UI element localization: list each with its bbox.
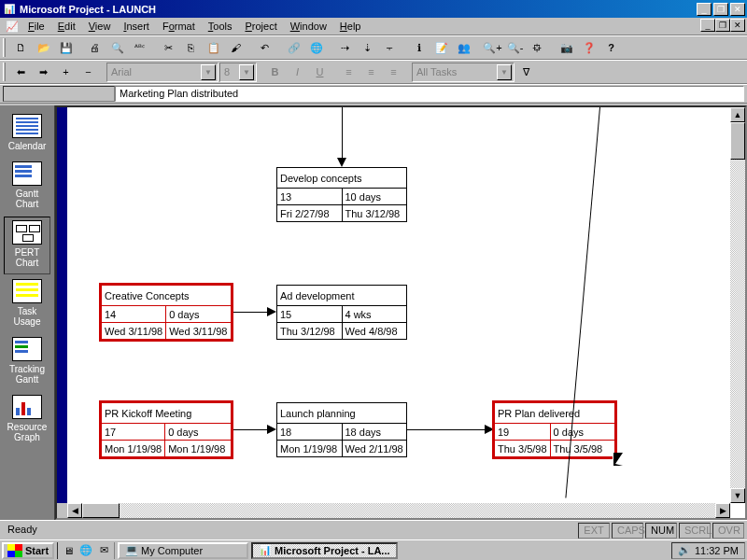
unlink-tasks-button[interactable]: ⇣ xyxy=(357,37,378,58)
insert-hyperlink-button[interactable]: 🔗 xyxy=(283,37,304,58)
menu-edit[interactable]: Edit xyxy=(52,20,81,33)
windows-logo-icon xyxy=(7,544,22,557)
entry-field[interactable]: Marketing Plan distributed xyxy=(115,86,744,102)
menu-file[interactable]: File xyxy=(22,20,50,33)
titlebar: 📊 Microsoft Project - LAUNCH _ ❐ ✕ xyxy=(0,0,747,18)
assign-resources-button[interactable]: 👥 xyxy=(453,37,474,58)
tray-icon[interactable]: 🔊 xyxy=(678,544,691,556)
task-notes-button[interactable]: 📝 xyxy=(430,37,452,58)
vertical-scrollbar[interactable]: ▲ ▼ xyxy=(730,107,745,503)
quick-launch-ie[interactable]: 🌐 xyxy=(78,542,94,559)
hide-subtasks-button[interactable]: − xyxy=(78,62,99,82)
outdent-button[interactable]: ⬅ xyxy=(10,62,32,82)
task-finish: Mon 1/19/98 xyxy=(165,441,232,457)
scroll-left-button[interactable]: ◀ xyxy=(67,503,82,518)
filter-combo[interactable]: All Tasks▼ xyxy=(412,63,514,82)
maximize-button[interactable]: ❐ xyxy=(713,3,728,16)
menu-project[interactable]: Project xyxy=(239,20,282,33)
toolbar-grip[interactable] xyxy=(3,63,6,81)
document-area: Develop concepts 1310 days Fri 2/27/98Th… xyxy=(55,105,747,520)
horizontal-scrollbar[interactable]: ◀ ▶ xyxy=(57,503,730,518)
task-duration: 0 days xyxy=(166,306,232,323)
align-left-button[interactable]: ≡ xyxy=(338,62,359,82)
task-start: Wed 3/11/98 xyxy=(102,323,166,340)
close-button[interactable]: ✕ xyxy=(730,3,745,16)
task-node-develop-concepts[interactable]: Develop concepts 1310 days Fri 2/27/98Th… xyxy=(276,167,407,222)
system-tray[interactable]: 🔊 11:32 PM xyxy=(671,542,745,559)
task-information-button[interactable]: ℹ xyxy=(408,37,430,58)
scroll-right-button[interactable]: ▶ xyxy=(715,503,730,518)
show-subtasks-button[interactable]: + xyxy=(55,62,77,82)
task-start: Fri 2/27/98 xyxy=(277,205,343,222)
copy-button[interactable]: ⎘ xyxy=(180,37,202,58)
goto-selected-button[interactable]: ⯐ xyxy=(527,37,548,58)
pert-margin xyxy=(57,107,67,503)
scroll-track[interactable] xyxy=(730,122,745,488)
pert-canvas[interactable]: Develop concepts 1310 days Fri 2/27/98Th… xyxy=(67,107,730,503)
open-button[interactable]: 📂 xyxy=(33,37,54,58)
menu-help[interactable]: Help xyxy=(334,20,367,33)
print-button[interactable]: 🖨 xyxy=(84,37,106,58)
task-node-creative-concepts[interactable]: Creative Concepts 140 days Wed 3/11/98We… xyxy=(101,285,232,340)
zoom-out-button[interactable]: 🔍- xyxy=(504,37,526,58)
task-start: Mon 1/19/98 xyxy=(102,441,165,457)
arrow-head-icon xyxy=(267,425,276,434)
task-node-ad-development[interactable]: Ad development 154 wks Thu 3/12/98Wed 4/… xyxy=(276,285,407,340)
view-gantt-chart[interactable]: Gantt Chart xyxy=(4,159,50,215)
mdi-restore-button[interactable]: ❐ xyxy=(715,19,730,32)
autofilter-button[interactable]: ∇ xyxy=(515,62,537,82)
web-toolbar-button[interactable]: 🌐 xyxy=(305,37,327,58)
split-task-button[interactable]: ⫟ xyxy=(379,37,401,58)
scroll-down-button[interactable]: ▼ xyxy=(730,488,745,503)
scroll-up-button[interactable]: ▲ xyxy=(730,107,745,122)
align-center-button[interactable]: ≡ xyxy=(360,62,382,82)
scroll-thumb[interactable] xyxy=(730,122,745,160)
help-button[interactable]: ? xyxy=(600,37,622,58)
menu-format[interactable]: Format xyxy=(157,20,201,33)
view-task-usage[interactable]: Task Usage xyxy=(4,276,50,332)
menu-tools[interactable]: Tools xyxy=(203,20,238,33)
copy-picture-button[interactable]: 📷 xyxy=(556,37,577,58)
start-button[interactable]: Start xyxy=(2,542,54,559)
taskbar-item-my-computer[interactable]: 💻 My Computer xyxy=(118,542,248,559)
indent-button[interactable]: ➡ xyxy=(33,62,54,82)
view-calendar[interactable]: Calendar xyxy=(4,111,50,157)
menu-window[interactable]: Window xyxy=(285,20,332,33)
cell-reference-box[interactable] xyxy=(3,86,115,102)
office-assistant-button[interactable]: ❓ xyxy=(578,37,599,58)
font-size-combo[interactable]: 8▼ xyxy=(219,63,257,82)
new-button[interactable]: 🗋 xyxy=(10,37,32,58)
task-node-pr-kickoff[interactable]: PR Kickoff Meeting 170 days Mon 1/19/98M… xyxy=(101,402,232,457)
save-button[interactable]: 💾 xyxy=(55,37,77,58)
format-painter-button[interactable]: 🖌 xyxy=(225,37,247,58)
italic-button[interactable]: I xyxy=(287,62,308,82)
view-resource-graph[interactable]: Resource Graph xyxy=(4,392,50,448)
spelling-button[interactable]: ᴬᴮᶜ xyxy=(129,37,150,58)
print-preview-button[interactable]: 🔍 xyxy=(106,37,128,58)
cut-button[interactable]: ✂ xyxy=(158,37,179,58)
task-node-launch-planning[interactable]: Launch planning 1818 days Mon 1/19/98Wed… xyxy=(276,402,407,457)
toolbar-grip[interactable] xyxy=(3,38,6,57)
quick-launch-desktop[interactable]: 🖥 xyxy=(60,542,77,559)
scroll-track[interactable] xyxy=(120,503,715,518)
align-right-button[interactable]: ≡ xyxy=(383,62,404,82)
quick-launch-outlook[interactable]: ✉ xyxy=(95,542,112,559)
mdi-close-button[interactable]: ✕ xyxy=(730,19,745,32)
scroll-thumb[interactable] xyxy=(82,503,120,518)
menu-view[interactable]: View xyxy=(83,20,117,33)
view-label: Calendar xyxy=(8,141,47,151)
minimize-button[interactable]: _ xyxy=(697,3,712,16)
view-pert-chart[interactable]: PERT Chart xyxy=(4,217,50,274)
undo-button[interactable]: ↶ xyxy=(254,37,275,58)
zoom-in-button[interactable]: 🔍+ xyxy=(482,37,503,58)
taskbar-item-msproject[interactable]: 📊 Microsoft Project - LA... xyxy=(251,542,397,559)
underline-button[interactable]: U xyxy=(309,62,331,82)
bold-button[interactable]: B xyxy=(264,62,286,82)
menu-insert[interactable]: Insert xyxy=(118,20,155,33)
mdi-minimize-button[interactable]: _ xyxy=(700,19,715,32)
paste-button[interactable]: 📋 xyxy=(203,37,224,58)
view-tracking-gantt[interactable]: Tracking Gantt xyxy=(4,334,50,390)
task-node-pr-plan-delivered[interactable]: PR Plan delivered 190 days Thu 3/5/98Thu… xyxy=(494,402,615,457)
link-tasks-button[interactable]: ⇢ xyxy=(334,37,356,58)
font-combo[interactable]: Arial▼ xyxy=(106,63,218,82)
